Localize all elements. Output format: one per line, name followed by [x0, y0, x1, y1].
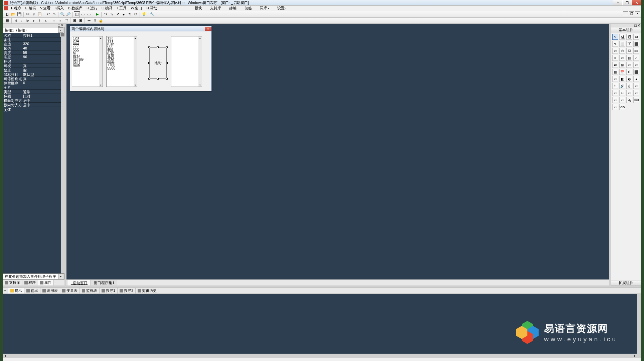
- palette-tab-extended[interactable]: 扩展组件: [611, 280, 641, 285]
- undo-button[interactable]: ↶: [45, 11, 51, 17]
- property-row[interactable]: 标题比对: [3, 94, 64, 98]
- prop-value[interactable]: 居中: [22, 103, 64, 107]
- copy-button[interactable]: ⎘: [31, 11, 37, 17]
- property-row[interactable]: 备注: [3, 37, 64, 42]
- edit-box-1[interactable]: 123 234 444 111 555 hi 你好 我们好 我们 rush: [72, 36, 103, 87]
- tab-calltable[interactable]: 调用表: [40, 288, 60, 293]
- property-grid[interactable]: 名称按钮1备注左边320顶边48宽度56高度96标记可视真禁止假鼠标指针默认型可…: [3, 33, 64, 273]
- menu-insert[interactable]: I.插入: [52, 6, 66, 11]
- prop-value[interactable]: 真: [22, 77, 64, 81]
- palette-item-35[interactable]: ▭: [633, 90, 639, 96]
- property-row[interactable]: 宽度56: [3, 50, 64, 55]
- menu-notes[interactable]: 便签: [243, 6, 254, 11]
- tab-cliphistory[interactable]: 剪辑历史: [136, 288, 159, 293]
- output-vscroll[interactable]: [637, 294, 641, 358]
- menu-settings[interactable]: 设置: [275, 6, 289, 11]
- menu-compile[interactable]: C.编译: [100, 6, 115, 11]
- property-row[interactable]: 高度96: [3, 55, 64, 59]
- output-hscroll[interactable]: [3, 354, 637, 358]
- palette-item-7[interactable]: ⬛: [633, 41, 639, 47]
- same-height-button[interactable]: ↕: [57, 18, 63, 24]
- property-row[interactable]: 顶边48: [3, 46, 64, 50]
- palette-item-29[interactable]: 🔊: [619, 83, 625, 89]
- menu-tools[interactable]: T.工具: [115, 6, 129, 11]
- palette-item-11[interactable]: ≡≡: [633, 48, 639, 54]
- event-selector[interactable]: 在此处选择加入事件处理子程序: [3, 273, 64, 279]
- prop-value[interactable]: 真: [22, 64, 64, 68]
- prop-value[interactable]: 假: [22, 68, 64, 72]
- center-h-button[interactable]: ⊟: [71, 18, 77, 24]
- prop-value[interactable]: 比对: [22, 94, 64, 98]
- property-row[interactable]: 横向对齐方式居中: [3, 98, 64, 103]
- prop-value[interactable]: [22, 85, 64, 89]
- palette-item-4[interactable]: ✎: [612, 41, 618, 47]
- menu-database[interactable]: B.数据库: [66, 6, 84, 11]
- prop-scrollbar[interactable]: [61, 33, 64, 273]
- breakpoint-button[interactable]: ●: [121, 11, 127, 17]
- palette-item-28[interactable]: ⏱: [612, 83, 618, 89]
- tab-properties[interactable]: 属性: [38, 280, 54, 285]
- palette-item-32[interactable]: ▭: [612, 90, 618, 96]
- palette-item-2[interactable]: 🖼: [626, 34, 632, 40]
- palette-item-17[interactable]: ⊞: [619, 62, 625, 68]
- palette-item-0[interactable]: ↖: [612, 34, 618, 40]
- save-button[interactable]: 💾: [16, 11, 22, 17]
- property-row[interactable]: 纵向对齐方式居中: [3, 103, 64, 107]
- menu-view[interactable]: V.查看: [38, 6, 52, 11]
- output-content[interactable]: 易语言资源网 www.eyuyan.icu: [3, 294, 641, 358]
- prop-value[interactable]: 居中: [22, 98, 64, 102]
- palette-item-9[interactable]: ☉: [619, 48, 625, 54]
- prop-value[interactable]: 按钮1: [22, 33, 64, 37]
- palette-item-33[interactable]: ↻: [619, 90, 625, 96]
- tab-program[interactable]: 程序: [22, 280, 38, 285]
- palette-item-3[interactable]: 🏷: [633, 34, 639, 40]
- paste-button[interactable]: 📋: [37, 11, 43, 17]
- prop-value[interactable]: [22, 59, 64, 63]
- maximize-button[interactable]: ❐: [622, 0, 632, 5]
- center-v-button[interactable]: ⊞: [77, 18, 84, 24]
- collapse-icon[interactable]: ▾: [4, 289, 8, 292]
- scrollbar-icon[interactable]: [134, 36, 137, 87]
- form-window[interactable]: 两个编辑框内容比对 ✕ 123 234 444 111 555 hi 你好 我们…: [70, 26, 212, 91]
- tab-support-lib[interactable]: 支持库: [3, 280, 22, 285]
- lock-button[interactable]: 🔒: [98, 18, 104, 24]
- prop-value[interactable]: 0: [22, 81, 64, 85]
- mdi-restore[interactable]: ❐: [629, 11, 634, 16]
- object-selector[interactable]: 按钮1（按钮）: [3, 27, 64, 33]
- open-button[interactable]: 📂: [10, 11, 16, 17]
- palette-item-19[interactable]: ▭: [633, 62, 639, 68]
- misc-button[interactable]: 🔧: [149, 11, 155, 17]
- prop-value[interactable]: 56: [22, 50, 64, 54]
- prop-value[interactable]: [22, 37, 64, 41]
- palette-item-8[interactable]: ▭: [612, 48, 618, 54]
- menu-static-compile[interactable]: 静编: [227, 6, 238, 11]
- minimize-button[interactable]: ━: [613, 0, 622, 5]
- edit-box-2[interactable]: 123 111 rush 555 我们 rush 花男 太猪 福美 7788 5…: [106, 36, 137, 87]
- form-close-button[interactable]: ✕: [205, 27, 211, 31]
- palette-item-18[interactable]: ▭: [626, 62, 632, 68]
- palette-item-37[interactable]: ▭: [619, 97, 625, 103]
- palette-tab-basic[interactable]: 基本组件: [611, 27, 641, 32]
- property-row[interactable]: 左边320: [3, 42, 64, 46]
- menu-dictionary[interactable]: 词库: [258, 6, 271, 11]
- align-bottom-button[interactable]: ⫰: [43, 18, 49, 24]
- property-row[interactable]: 类型通常: [3, 90, 64, 94]
- findnext-button[interactable]: 🔎: [65, 11, 71, 17]
- debug-btn2[interactable]: ⟳: [133, 11, 139, 17]
- tab-startup-window[interactable]: _启动窗口: [68, 280, 91, 285]
- toggle-panel3-button[interactable]: ▭: [86, 11, 92, 17]
- align-right-button[interactable]: ⫸: [25, 18, 31, 24]
- menu-module[interactable]: 模块: [193, 6, 204, 11]
- tab-window-set1[interactable]: 窗口程序集1: [91, 280, 117, 285]
- palette-item-13[interactable]: ▭: [619, 55, 625, 61]
- tab-search2[interactable]: 搜寻2: [118, 288, 136, 293]
- palette-item-30[interactable]: ⎙: [626, 83, 632, 89]
- edit-box-3[interactable]: [171, 36, 202, 87]
- palette-item-15[interactable]: ⌂: [633, 55, 639, 61]
- prop-value[interactable]: 默认型: [22, 72, 64, 76]
- knowledge-button[interactable]: 💡: [141, 11, 147, 17]
- form-body[interactable]: 123 234 444 111 555 hi 你好 我们好 我们 rush 12…: [70, 31, 211, 91]
- property-row[interactable]: 图片: [3, 85, 64, 90]
- palette-item-14[interactable]: ▤: [626, 55, 632, 61]
- prop-value[interactable]: 48: [22, 46, 64, 50]
